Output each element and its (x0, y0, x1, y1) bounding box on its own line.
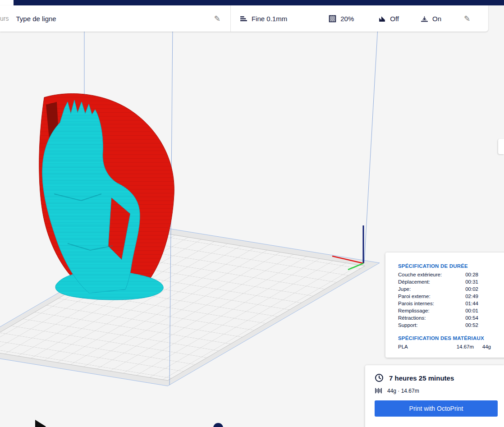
edit-settings-icon[interactable]: ✎ (464, 15, 470, 23)
spec-row-retractions: Rétractions: 00:54 (398, 314, 478, 321)
infill-label: 20% (340, 15, 354, 23)
view-mode-dropdown[interactable]: Type de ligne (16, 15, 56, 23)
adhesion-icon (421, 15, 428, 23)
spec-label: Jupe: (398, 285, 411, 293)
spec-label: Support: (398, 321, 417, 329)
print-settings-summary: Fine 0.1mm 20% Off On ✎ (231, 5, 488, 32)
spec-row-support: Support: 00:52 (398, 321, 478, 329)
clock-icon (375, 373, 384, 382)
support-icon (378, 15, 386, 23)
viewport-3d[interactable] (0, 0, 504, 427)
spec-value: 00:52 (465, 321, 478, 329)
print-action-panel: 7 heures 25 minutes 44g · 14.67m Print w… (365, 365, 504, 427)
spec-value: 00:54 (465, 314, 478, 321)
spec-row-inner-walls: Parois internes: 01:44 (398, 300, 478, 307)
support-label: Off (390, 15, 399, 23)
material-estimate: 44g · 14.67m (387, 388, 419, 394)
spec-label: Remplissage: (398, 307, 430, 314)
material-row: PLA 14.67m 44g (398, 343, 491, 350)
window-top-bar-gap (0, 0, 14, 5)
spec-row-outer-layer: Couche extérieure: 00:28 (398, 271, 478, 278)
print-time-estimate: 7 heures 25 minutes (389, 374, 454, 382)
spec-row-travel: Déplacement: 00:31 (398, 278, 478, 285)
window-top-bar (0, 0, 504, 5)
adhesion-setting[interactable]: On (421, 15, 441, 23)
spec-label: Rétractions: (398, 314, 426, 321)
material-spec-title: SPÉCIFICATION DES MATÉRIAUX (398, 335, 504, 341)
stage-toolbar: urs Type de ligne ✎ Fine 0.1mm 20% Off (0, 5, 488, 32)
spec-value: 00:31 (465, 278, 478, 285)
side-panel-handle[interactable] (498, 139, 504, 154)
spec-label: Parois internes: (398, 300, 434, 307)
infill-icon (329, 15, 336, 23)
spec-value: 00:01 (465, 307, 478, 314)
spec-row-infill: Remplissage: 00:01 (398, 307, 478, 314)
spec-row-skirt: Jupe: 00:02 (398, 285, 478, 293)
spec-value: 02:49 (465, 293, 478, 300)
spec-label: Déplacement: (398, 278, 430, 285)
print-specification-panel: SPÉCIFICATION DE DURÉE Couche extérieure… (385, 253, 504, 358)
material-weight: 44g (474, 343, 491, 350)
profile-setting[interactable]: Fine 0.1mm (240, 15, 287, 23)
profile-label: Fine 0.1mm (252, 15, 287, 23)
infill-setting[interactable]: 20% (329, 15, 354, 23)
print-with-octoprint-button[interactable]: Print with OctoPrint (375, 400, 498, 417)
adhesion-label: On (432, 15, 441, 23)
view-mode-section: urs Type de ligne ✎ (0, 5, 231, 32)
spec-value: 00:02 (465, 285, 478, 293)
play-button[interactable] (35, 420, 46, 427)
material-length: 14.67m (447, 343, 474, 350)
spec-label: Paroi externe: (398, 293, 431, 300)
duration-spec-title: SPÉCIFICATION DE DURÉE (398, 263, 504, 269)
spec-label: Couche extérieure: (398, 271, 442, 278)
spec-value: 00:28 (465, 271, 478, 278)
support-setting[interactable]: Off (378, 15, 399, 23)
spec-value: 01:44 (465, 300, 478, 307)
spec-row-outer-wall: Paroi externe: 02:49 (398, 293, 478, 300)
edit-view-icon[interactable]: ✎ (214, 15, 220, 23)
material-name: PLA (398, 343, 447, 350)
layer-height-icon (240, 15, 247, 23)
filament-icon (375, 387, 382, 395)
cutoff-label: urs (0, 15, 9, 22)
